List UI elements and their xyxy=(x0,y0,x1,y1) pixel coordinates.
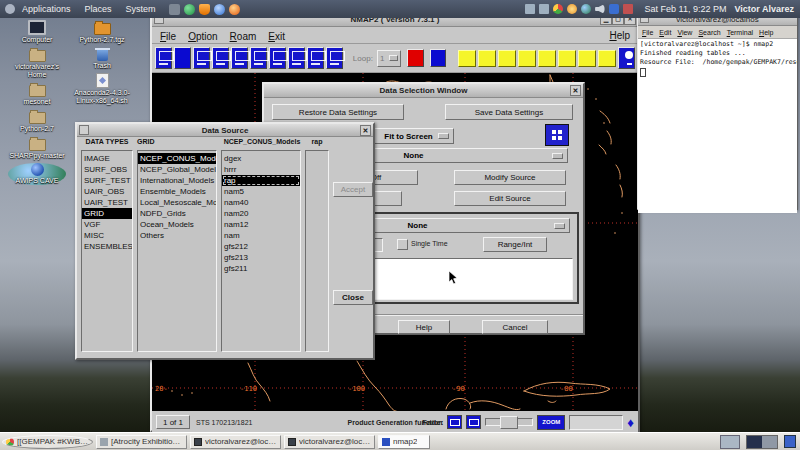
list-item[interactable]: UAIR_OBS xyxy=(82,186,132,197)
data-selection-titlebar[interactable]: Data Selection Window ✕ xyxy=(264,84,583,98)
list-item[interactable]: UAIR_TEST xyxy=(82,197,132,208)
edit-source-button[interactable]: Edit Source xyxy=(454,191,566,206)
frame-button[interactable] xyxy=(598,50,616,67)
zoom-tool-icon[interactable] xyxy=(212,47,229,69)
list-item[interactable]: nam12 xyxy=(222,219,300,230)
tray-icon[interactable] xyxy=(567,4,577,14)
clock[interactable]: Sat Feb 11, 9:22 PM xyxy=(645,4,727,14)
list-item[interactable]: gfs211 xyxy=(222,263,300,274)
model-list[interactable]: dgexhrrrrapnam5nam40nam20nam12namgfs212g… xyxy=(221,150,301,352)
window-menu-icon[interactable] xyxy=(79,125,89,135)
tray-icon[interactable] xyxy=(553,4,563,14)
notification-area-icon[interactable] xyxy=(720,435,740,449)
list-item[interactable]: hrrr xyxy=(222,164,300,175)
menu-item[interactable]: Edit xyxy=(659,29,671,36)
list-item[interactable]: GRID xyxy=(82,208,132,219)
fade-tool-icon[interactable] xyxy=(250,47,267,69)
overlay-icon[interactable] xyxy=(307,47,324,69)
frame-counter-button[interactable]: 1 of 1 xyxy=(156,415,190,429)
list-item[interactable]: nam5 xyxy=(222,186,300,197)
launcher-icon[interactable] xyxy=(214,4,225,15)
close-button[interactable]: Close xyxy=(333,290,373,305)
list-item[interactable]: SURF_OBS xyxy=(82,164,132,175)
data-source-icon[interactable] xyxy=(155,47,172,69)
close-icon[interactable]: ✕ xyxy=(360,125,371,136)
resize-diamond-icon[interactable]: ♦ xyxy=(627,416,634,429)
desktop-icon[interactable]: SHARPpy-master xyxy=(8,136,66,160)
frame-button[interactable] xyxy=(498,50,516,67)
list-item[interactable]: nam xyxy=(222,230,300,241)
taskbar-window-button[interactable]: [Atrocity Exhibition - F... xyxy=(96,435,187,449)
zoom-button[interactable]: ZOOM xyxy=(537,415,565,430)
list-item[interactable]: SURF_TEST xyxy=(82,175,132,186)
loop-select[interactable]: 1 xyxy=(377,50,402,67)
menu-item[interactable]: Exit xyxy=(268,31,285,42)
frame-button[interactable] xyxy=(518,50,536,67)
list-item[interactable]: ENSEMBLES xyxy=(82,241,132,252)
list-item[interactable]: NCEP_Global_Models xyxy=(138,164,216,175)
panel-menu[interactable]: Places xyxy=(85,4,112,14)
stop-icon[interactable] xyxy=(618,47,635,69)
list-item[interactable]: gfs212 xyxy=(222,241,300,252)
list-item[interactable]: dgex xyxy=(222,153,300,164)
tray-icon[interactable] xyxy=(581,4,591,14)
panel-menu[interactable]: System xyxy=(126,4,156,14)
single-time-checkbox[interactable] xyxy=(397,239,408,250)
cancel-button[interactable]: Cancel xyxy=(482,320,548,334)
panel-menu[interactable]: Applications xyxy=(22,4,71,14)
list-item[interactable]: Local_Mesoscale_Models xyxy=(138,197,216,208)
workspace-switcher[interactable] xyxy=(746,435,778,449)
map-icon[interactable] xyxy=(193,47,210,69)
taskbar-window-button[interactable]: victoralvarez@localh... xyxy=(190,435,281,449)
launcher-icon[interactable] xyxy=(184,4,195,15)
tray-icon[interactable] xyxy=(623,4,633,14)
data-source-titlebar[interactable]: Data Source ✕ xyxy=(77,124,373,137)
save-data-settings-button[interactable]: Save Data Settings xyxy=(445,104,573,120)
list-item[interactable]: gfs213 xyxy=(222,252,300,263)
terminal-body[interactable]: [victoralvarez@localhost ~]$ nmap2Finish… xyxy=(638,39,797,213)
fade-graphics-icon[interactable] xyxy=(466,415,481,429)
cursor-tool-icon[interactable] xyxy=(288,47,305,69)
menu-item-help[interactable]: Help xyxy=(609,30,630,41)
list-item[interactable]: Ocean_Models xyxy=(138,219,216,230)
list-item[interactable]: nam40 xyxy=(222,197,300,208)
menu-item[interactable]: Terminal xyxy=(727,29,753,36)
menu-item[interactable]: File xyxy=(642,29,653,36)
menu-item[interactable]: Help xyxy=(759,29,773,36)
list-item[interactable]: NCEP_CONUS_Models xyxy=(138,153,216,164)
list-item[interactable]: MISC xyxy=(82,230,132,241)
tray-icon[interactable] xyxy=(539,4,549,14)
desktop-icon[interactable]: Computer xyxy=(8,20,66,44)
show-desktop-icon[interactable] xyxy=(784,435,796,448)
accept-button[interactable]: Accept xyxy=(333,182,373,197)
frame-button[interactable] xyxy=(558,50,576,67)
taskbar-window-button[interactable]: [[GEMPAK #KWB-338... xyxy=(2,435,93,449)
desktop-icon[interactable]: Anaconda2-4.3.0-Linux-x86_64.sh xyxy=(70,73,134,105)
multi-panel-icon[interactable] xyxy=(231,47,248,69)
list-item[interactable]: IMAGE xyxy=(82,153,132,164)
frame-button[interactable] xyxy=(578,50,596,67)
launcher-icon[interactable] xyxy=(199,4,210,15)
pgen-icon[interactable] xyxy=(326,47,343,69)
list-item[interactable]: Others xyxy=(138,230,216,241)
grid-category-list[interactable]: NCEP_CONUS_ModelsNCEP_Global_ModelsInter… xyxy=(137,150,217,352)
menu-item[interactable]: Roam xyxy=(230,31,257,42)
selected-model-list[interactable] xyxy=(305,150,329,352)
list-item[interactable]: Ensemble_Models xyxy=(138,186,216,197)
restore-data-settings-button[interactable]: Restore Data Settings xyxy=(272,104,404,120)
desktop-icon[interactable]: Python-2.7.tgz xyxy=(70,20,134,44)
fade-slider[interactable] xyxy=(485,418,533,426)
modify-source-button[interactable]: Modify Source xyxy=(454,170,566,185)
desktop-icon[interactable]: Python-2.7 xyxy=(8,109,66,133)
active-frame-button[interactable] xyxy=(407,49,423,67)
list-item[interactable]: International_Models xyxy=(138,175,216,186)
tray-icon[interactable] xyxy=(609,4,619,14)
inactive-frame-button[interactable] xyxy=(430,49,446,67)
blue-square-icon[interactable] xyxy=(174,47,191,69)
menu-item[interactable]: Search xyxy=(698,29,720,36)
range-interval-button[interactable]: Range/Int xyxy=(483,237,547,252)
menu-item[interactable]: Option xyxy=(188,31,217,42)
frame-button[interactable] xyxy=(458,50,476,67)
list-item[interactable]: nam20 xyxy=(222,208,300,219)
launcher-icon[interactable] xyxy=(229,4,240,15)
